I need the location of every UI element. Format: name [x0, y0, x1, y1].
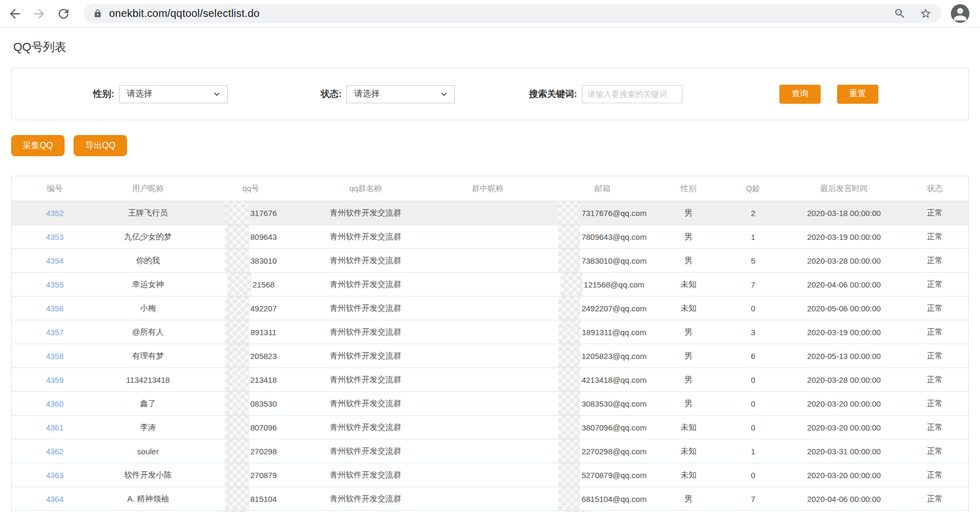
redaction-blur [225, 487, 249, 510]
status-label: 状态: [321, 88, 342, 100]
cell-group-nick [428, 392, 547, 415]
row-id-link[interactable]: 4356 [46, 304, 64, 313]
cell-status: 正常 [901, 463, 968, 487]
row-id-link[interactable]: 4353 [46, 232, 64, 241]
cell-status: 正常 [901, 439, 968, 463]
row-id-link[interactable]: 4361 [46, 423, 64, 432]
cell-q-age: 1 [720, 439, 786, 463]
header-email: 邮箱 [547, 176, 658, 201]
cell-q-age: 0 [720, 368, 786, 391]
cell-gender: 男 [658, 320, 720, 344]
cell-status: 正常 [901, 297, 968, 320]
cell-group: 青州软件开发交流群 [303, 416, 428, 439]
cell-qq: 205823 [198, 344, 303, 367]
row-id-link[interactable]: 4359 [46, 375, 64, 384]
cell-qq: 492207 [198, 297, 303, 320]
header-q-age: Q龄 [720, 176, 786, 201]
redaction-blur [558, 392, 580, 415]
redaction-blur [558, 201, 580, 224]
cell-group: 青州软件开发交流群 [303, 249, 428, 272]
redaction-blur [558, 439, 580, 463]
url-text[interactable]: onekbit.com/qqtool/selectlist.do [109, 7, 259, 20]
cell-status: 正常 [901, 416, 968, 439]
cell-group: 青州软件开发交流群 [303, 439, 428, 463]
cell-nickname: 幸运女神 [98, 273, 199, 296]
row-id-link[interactable]: 4360 [46, 399, 64, 408]
keyword-input[interactable] [582, 85, 682, 103]
cell-status: 正常 [901, 344, 968, 367]
profile-avatar-icon[interactable] [951, 4, 969, 23]
cell-nickname: 有理有梦 [98, 344, 199, 367]
cell-gender: 男 [658, 249, 720, 272]
cell-group: 青州软件开发交流群 [303, 463, 428, 487]
filter-panel: 性别: 请选择 状态: 请选择 搜索关键词: 查询 重置 [11, 68, 969, 120]
redaction-blur [225, 463, 249, 487]
cell-qq: 213418 [198, 368, 303, 391]
cell-last-time: 2020-04-06 00:00:00 [787, 273, 902, 296]
table-row: 4360 鑫了 083530 青州软件开发交流群 3083530@qq.com … [12, 391, 968, 415]
star-icon[interactable] [920, 7, 932, 20]
collect-qq-button[interactable]: 采集QQ [11, 135, 65, 156]
redaction-blur [225, 225, 249, 248]
forward-icon[interactable] [32, 6, 47, 21]
cell-group: 青州软件开发交流群 [303, 297, 428, 320]
cell-nickname: 你的我 [98, 249, 199, 272]
cell-last-time: 2020-04-06 00:00:00 [787, 487, 902, 510]
cell-last-time: 2020-05-13 00:00:00 [787, 344, 902, 367]
redaction-blur [558, 249, 580, 272]
zoom-out-icon[interactable] [894, 7, 906, 20]
header-qq: qq号 [198, 176, 303, 201]
row-id-link[interactable]: 4358 [46, 352, 64, 361]
redaction-blur [558, 344, 580, 367]
redaction-blur [558, 416, 580, 439]
cell-qq: 317676 [198, 201, 303, 224]
cell-qq: 270879 [198, 463, 303, 487]
cell-group-nick [428, 273, 547, 296]
chevron-down-icon [213, 90, 221, 98]
cell-gender: 未知 [658, 273, 720, 296]
lock-icon [93, 9, 102, 18]
cell-gender: 男 [658, 201, 720, 224]
cell-nickname: 1134213418 [98, 368, 199, 391]
table-row: 4361 李涛 807096 青州软件开发交流群 3807096@qq.com … [12, 415, 968, 439]
cell-gender: 未知 [658, 297, 720, 320]
reset-button[interactable]: 重置 [837, 85, 878, 104]
table-row: 4352 王牌飞行员 317676 青州软件开发交流群 7317676@qq.c… [12, 201, 968, 224]
row-id-link[interactable]: 4363 [46, 471, 64, 480]
row-id-link[interactable]: 4355 [46, 280, 64, 289]
status-select[interactable]: 请选择 [346, 85, 455, 103]
gender-select[interactable]: 请选择 [119, 85, 228, 103]
row-id-link[interactable]: 4352 [46, 209, 64, 218]
qq-table: 编号 用户昵称 qq号 qq群名称 群中昵称 邮箱 性别 Q龄 最后发言时间 状… [11, 176, 969, 512]
cell-last-time: 2020-03-31 00:00:00 [787, 439, 902, 463]
row-id-link[interactable]: 4364 [46, 495, 64, 504]
address-bar[interactable]: onekbit.com/qqtool/selectlist.do [84, 4, 941, 23]
cell-email: 3083530@qq.com [547, 392, 658, 415]
redaction-blur [558, 487, 580, 510]
redaction-blur [225, 249, 249, 272]
cell-status: 正常 [901, 487, 968, 510]
row-id-link[interactable]: 4354 [46, 256, 64, 265]
back-icon[interactable] [7, 6, 22, 21]
cell-group-nick [428, 201, 547, 224]
row-id-link[interactable]: 4357 [46, 328, 64, 337]
header-last-time: 最后发言时间 [787, 176, 902, 201]
cell-qq: 807096 [198, 416, 303, 439]
cell-qq: 21568 [198, 273, 303, 296]
query-button[interactable]: 查询 [779, 85, 821, 104]
gender-select-value: 请选择 [127, 88, 152, 100]
export-qq-button[interactable]: 导出QQ [74, 135, 127, 156]
redaction-blur [561, 273, 583, 296]
row-id-link[interactable]: 4362 [46, 447, 64, 456]
reload-icon[interactable] [56, 6, 71, 21]
cell-q-age: 6 [720, 344, 786, 367]
cell-email: 7383010@qq.com [547, 249, 658, 272]
header-gender: 性别 [658, 176, 720, 201]
redaction-blur [558, 463, 580, 487]
cell-q-age: 3 [720, 320, 786, 344]
redaction-blur [225, 368, 249, 391]
chevron-down-icon [440, 90, 448, 98]
cell-q-age: 0 [720, 297, 786, 320]
table-body: 4352 王牌飞行员 317676 青州软件开发交流群 7317676@qq.c… [12, 201, 968, 512]
status-select-value: 请选择 [354, 88, 380, 100]
